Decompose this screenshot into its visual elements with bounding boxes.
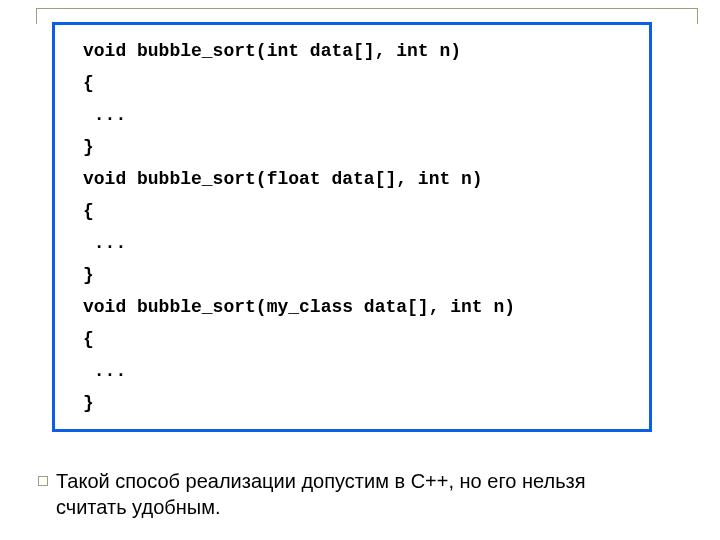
code-block: void bubble_sort(int data[], int n) { ..… xyxy=(52,22,652,432)
code-line: void bubble_sort(my_class data[], int n) xyxy=(55,291,649,323)
header-rule-line xyxy=(36,8,698,9)
header-rule-notch-right xyxy=(697,8,698,24)
code-line: { xyxy=(55,323,649,355)
code-line: } xyxy=(55,259,649,291)
code-line: ... xyxy=(55,355,649,387)
code-line: ... xyxy=(55,227,649,259)
bullet-icon xyxy=(38,476,48,486)
code-line: { xyxy=(55,195,649,227)
code-line: { xyxy=(55,67,649,99)
header-rule xyxy=(36,0,698,18)
caption-text: Такой способ реализации допустим в C++, … xyxy=(56,468,660,520)
code-line: ... xyxy=(55,99,649,131)
code-line: } xyxy=(55,131,649,163)
code-line: void bubble_sort(float data[], int n) xyxy=(55,163,649,195)
code-line: void bubble_sort(int data[], int n) xyxy=(55,35,649,67)
header-rule-notch-left xyxy=(36,8,37,24)
code-line: } xyxy=(55,387,649,419)
